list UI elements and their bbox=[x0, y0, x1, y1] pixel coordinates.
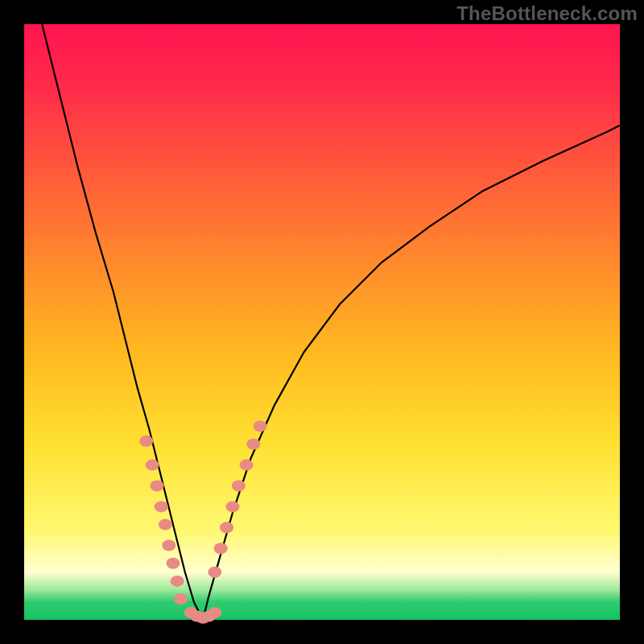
data-point bbox=[146, 460, 159, 471]
curve-layer bbox=[24, 24, 620, 620]
data-point bbox=[159, 519, 172, 530]
data-point bbox=[240, 460, 254, 471]
data-point bbox=[246, 439, 260, 450]
data-point bbox=[232, 481, 246, 492]
data-point bbox=[220, 522, 233, 533]
data-point bbox=[162, 540, 175, 551]
data-point bbox=[174, 593, 188, 605]
watermark-text: TheBottleneck.com bbox=[456, 2, 638, 25]
data-point bbox=[254, 421, 267, 432]
data-point bbox=[208, 607, 221, 618]
data-point bbox=[167, 558, 180, 569]
data-point bbox=[139, 436, 153, 447]
curve-left-arm bbox=[42, 24, 203, 620]
data-point bbox=[151, 481, 164, 492]
data-markers bbox=[139, 421, 266, 624]
data-point bbox=[208, 567, 221, 578]
data-point bbox=[214, 543, 228, 554]
plot-area bbox=[24, 24, 620, 620]
chart-frame: TheBottleneck.com bbox=[0, 0, 644, 644]
data-point bbox=[155, 501, 168, 512]
data-point bbox=[171, 576, 184, 587]
data-point bbox=[226, 501, 240, 512]
curve-right-arm bbox=[203, 126, 620, 620]
